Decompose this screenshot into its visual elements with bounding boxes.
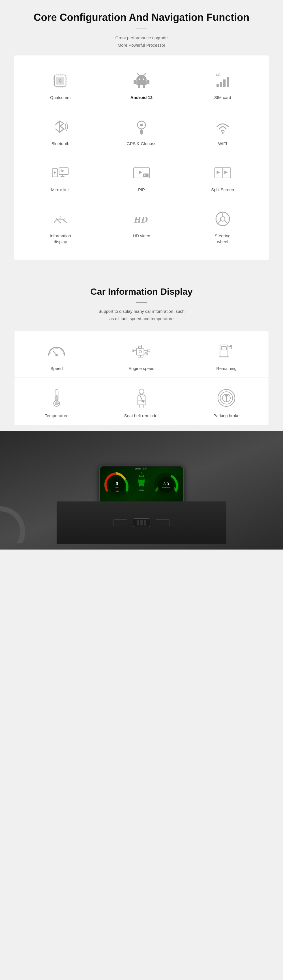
gps-label: GPS & Glonass [126,140,156,146]
section-dashboard: 10:08 80°F 0 [0,431,283,549]
simcard-icon: 4G [213,71,233,91]
section-core: Core Configuration And Navigation Functi… [0,0,283,275]
title-divider [136,29,147,29]
feature-infodisplay: Informationdisplay [20,202,101,251]
svg-marker-52 [224,170,228,174]
feature-android12: Android 12 [101,64,182,107]
parkingbrake-label: Parking brake [213,413,240,418]
svg-rect-89 [222,347,227,350]
svg-rect-122 [139,477,144,480]
feature-hdvideo: HD HD video [101,202,182,251]
svg-point-84 [139,350,142,353]
infodisplay-label: Informationdisplay [50,233,71,245]
car-info-parkingbrake: Parking brake [184,378,269,425]
section-car: Car Information Display Support to displ… [0,275,283,431]
svg-rect-31 [216,84,219,87]
section-core-title: Core Configuration And Navigation Functi… [6,11,277,24]
pip-icon [131,163,152,183]
infodisplay-icon [50,209,70,229]
svg-marker-46 [139,170,142,175]
feature-gps: GPS & Glonass [101,110,182,153]
features-grid-wrapper: Q [14,56,269,260]
svg-line-53 [54,221,55,223]
feature-wifi: WIFI [182,110,263,153]
svg-line-25 [144,74,145,75]
svg-point-111 [0,509,22,543]
svg-point-26 [145,73,146,74]
center-controls [133,519,150,527]
car-info-speed: Speed [14,331,99,377]
svg-rect-127 [139,475,141,476]
bluetooth-label: Bluetooth [51,140,69,146]
svg-text:Q: Q [59,79,62,83]
feature-mirrorlink: Mirror link [20,156,101,199]
seatbelt-label: Seat belt reminder [124,413,159,418]
svg-point-22 [142,79,144,80]
car-subtitle-line1: Support to display many car infomration … [6,308,277,315]
speed-label: Speed [50,366,62,371]
car-info-grid: Speed [14,331,269,425]
svg-marker-40 [54,171,56,174]
svg-point-109 [225,394,227,396]
svg-rect-30 [143,85,145,88]
engine-icon [130,339,153,362]
car-info-temp: Temperature [14,378,99,425]
svg-point-100 [139,389,144,394]
android-icon [131,71,152,91]
screen-temp: 80°F [143,468,148,470]
feature-steeringwheel: Steeringwheel [182,202,263,251]
knob1 [137,520,139,525]
splitscreen-icon [213,163,233,183]
bluetooth-icon [50,117,70,137]
svg-point-62 [221,216,225,221]
features-grid: Q [20,64,263,251]
subtitle-line1: Great performance upgrade [6,34,277,41]
svg-rect-125 [139,485,141,487]
engine-label: Engine speed [128,366,155,371]
fuel-label: Remaining [216,366,237,371]
fuel-icon [215,339,238,362]
subtitle: Great performance upgrade More Powerful … [6,34,277,49]
svg-marker-42 [62,169,64,172]
left-gauge: 0 km/h 🚗 [103,471,131,499]
svg-text:3.3: 3.3 [163,482,169,486]
svg-rect-34 [227,77,229,87]
car-divider [136,302,147,302]
steering-wheel-left [0,486,40,544]
svg-rect-81 [147,350,150,352]
feature-qualcomm: Q [20,64,101,107]
svg-rect-32 [220,82,222,87]
gear-indicator: D [141,472,142,474]
temp-label: Temperature [45,413,69,418]
steeringwheel-icon [213,209,233,229]
svg-text:4G: 4G [216,73,221,77]
car-info-engine: Engine speed [99,331,184,377]
section-car-title: Car Information Display [6,286,277,297]
car-info-seatbelt: Seat belt reminder [99,378,184,425]
car-subtitle-line2: as oil fuel ,speed and temperature [6,315,277,323]
hdvideo-icon: HD [131,209,152,229]
svg-point-37 [140,124,143,126]
svg-text:🚗: 🚗 [115,489,119,493]
svg-line-64 [217,220,221,224]
svg-text:km/h: km/h [115,487,119,488]
mirrorlink-icon [50,163,70,183]
svg-text:0: 0 [116,481,118,486]
vent-left [113,519,127,527]
svg-rect-103 [142,401,144,402]
svg-point-59 [60,222,61,223]
simcard-label: SIM card [214,94,231,100]
svg-rect-126 [142,485,144,487]
center-display: D 17274mi [133,472,150,495]
svg-point-21 [139,79,140,80]
qualcomm-icon: Q [50,71,70,91]
svg-point-38 [222,132,224,134]
svg-rect-20 [136,80,147,85]
svg-rect-73 [137,348,144,355]
screen-time: 10:08 [135,468,141,470]
svg-point-72 [56,354,58,356]
car-info-fuel: Remaining [184,331,269,377]
mileage-display: 17274mi [139,489,144,491]
speed-icon [45,339,68,362]
feature-simcard: 4G SIM card [182,64,263,107]
